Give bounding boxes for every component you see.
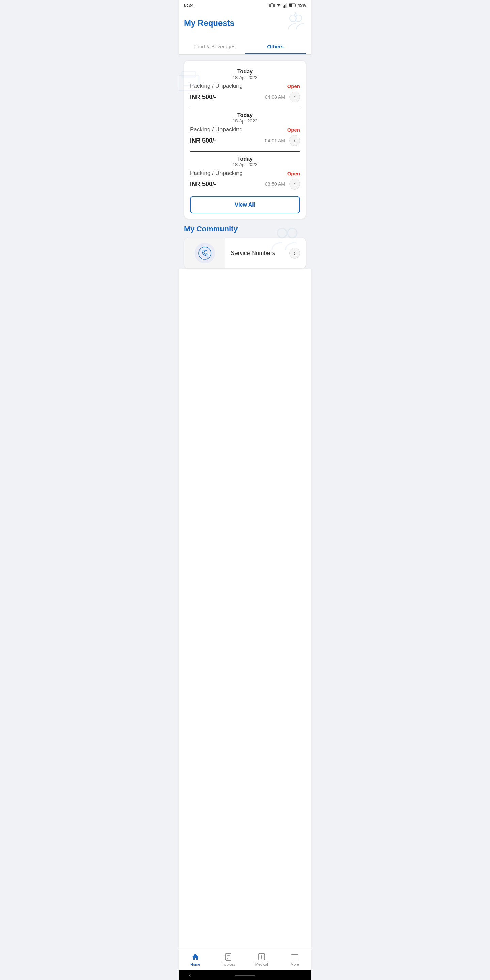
tab-others[interactable]: Others [245,40,306,54]
request-item-2: Today 18-Apr-2022 Packing / Unpacking Op… [190,108,300,149]
community-icon-area [185,238,225,269]
request-time-2: 04:01 AM [265,138,285,143]
request-time-chevron-1: 04:08 AM › [265,92,300,102]
battery-percentage: 45% [298,3,306,8]
nav-item-invoices[interactable]: Invoices [218,953,239,966]
nav-item-medical[interactable]: Medical [251,953,272,966]
request-status-3: Open [287,170,300,176]
phone-medical-icon [198,247,211,259]
request-amount-1: INR 500/- [190,94,216,101]
status-bar: 6:24 [179,0,311,10]
request-chevron-btn-2[interactable]: › [289,135,300,146]
request-status-1: Open [287,83,300,89]
nav-label-invoices: Invoices [221,962,235,966]
request-amount-row-3: INR 500/- 03:50 AM › [190,179,300,189]
community-section-title: My Community [184,224,306,234]
header: My Requests [179,10,311,40]
request-amount-3: INR 500/- [190,181,216,188]
request-day-1: Today [190,69,300,75]
request-date-group-3: Today 18-Apr-2022 [190,156,300,167]
more-icon [291,953,299,961]
request-row-1: Packing / Unpacking Open [190,83,300,89]
svg-rect-8 [284,5,285,8]
community-card[interactable]: Service Numbers › [184,237,306,269]
service-numbers-chevron-btn[interactable]: › [289,248,300,259]
svg-rect-9 [285,4,286,8]
request-date-group-2: Today 18-Apr-2022 [190,112,300,124]
bottom-nav: Home Invoices Medical [179,949,311,970]
status-time: 6:24 [184,3,194,8]
request-type-2: Packing / Unpacking [190,126,243,133]
request-chevron-btn-1[interactable]: › [289,92,300,102]
svg-rect-10 [286,3,287,8]
tab-food-beverages[interactable]: Food & Beverages [184,40,245,54]
battery-icon [289,3,296,8]
wifi-icon [276,3,282,8]
request-date-1: 18-Apr-2022 [190,75,300,80]
request-time-3: 03:50 AM [265,181,285,187]
request-amount-row-1: INR 500/- 04:08 AM › [190,92,300,102]
svg-rect-13 [295,5,296,6]
request-date-2: 18-Apr-2022 [190,118,300,124]
tabs-container: Food & Beverages Others [179,40,311,55]
request-amount-row-2: INR 500/- 04:01 AM › [190,135,300,146]
nav-item-home[interactable]: Home [185,953,205,966]
svg-point-25 [199,247,211,259]
android-home-pill[interactable] [235,975,255,976]
header-decoration [285,12,306,34]
community-label-area: Service Numbers › [225,248,305,259]
request-time-1: 04:08 AM [265,94,285,100]
nav-label-more: More [291,962,299,966]
svg-rect-7 [283,6,284,8]
vibrate-icon [269,3,275,8]
request-row-3: Packing / Unpacking Open [190,170,300,177]
request-amount-2: INR 500/- [190,137,216,144]
service-numbers-icon-circle [195,243,215,263]
request-row-2: Packing / Unpacking Open [190,126,300,133]
request-chevron-btn-3[interactable]: › [289,179,300,189]
request-day-2: Today [190,112,300,118]
nav-label-medical: Medical [255,962,268,966]
android-back-arrow[interactable]: ‹ [189,972,191,978]
request-item-3: Today 18-Apr-2022 Packing / Unpacking Op… [190,151,300,192]
request-time-chevron-3: 03:50 AM › [265,179,300,189]
request-item-1: Today 18-Apr-2022 Packing / Unpacking Op… [190,66,300,105]
request-status-2: Open [287,127,300,133]
invoices-icon [224,953,232,961]
view-all-button[interactable]: View All [190,196,300,213]
request-date-3: 18-Apr-2022 [190,162,300,167]
request-day-3: Today [190,156,300,162]
request-date-group-1: Today 18-Apr-2022 [190,69,300,80]
signal-icon [283,3,288,8]
status-icons: 45% [269,3,306,8]
service-numbers-label: Service Numbers [231,250,275,256]
medical-icon [258,953,266,961]
request-time-chevron-2: 04:01 AM › [265,135,300,146]
svg-rect-0 [270,4,273,7]
main-content: Today 18-Apr-2022 Packing / Unpacking Op… [179,55,311,269]
request-type-3: Packing / Unpacking [190,170,243,177]
requests-card: Today 18-Apr-2022 Packing / Unpacking Op… [184,60,306,219]
community-section: My Community [184,224,306,269]
home-icon [191,953,199,961]
android-nav-bar: ‹ [179,970,311,980]
svg-point-18 [295,13,296,14]
svg-rect-12 [289,4,292,7]
nav-label-home: Home [190,962,200,966]
nav-item-more[interactable]: More [285,953,305,966]
request-type-1: Packing / Unpacking [190,83,243,89]
page-title: My Requests [184,18,234,28]
